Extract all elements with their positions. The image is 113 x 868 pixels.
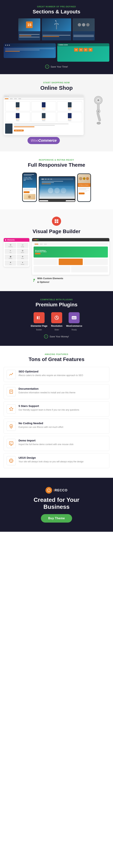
- save-money-label: ✓ Save Your Money!: [4, 334, 109, 338]
- custom-elements-label-area: ↗ With Custom Elements& Options!: [32, 277, 109, 284]
- feature-seo: SEO Optimized iRecco caters to clients w…: [4, 367, 109, 382]
- pre-label-responsive: RESPONSIVE & RETINA READY: [4, 159, 109, 161]
- builder-right: We are Building aSustainable Future: [32, 238, 109, 284]
- preview-row-1: [34, 259, 108, 265]
- plugin-woocommerce: Woo WooCommerce Ready: [66, 312, 82, 331]
- svg-marker-30: [9, 407, 13, 411]
- woocommerce-label: WooCommerce: [66, 325, 82, 327]
- layout-card-inner: [18, 31, 40, 40]
- seo-icon-svg: [9, 372, 14, 377]
- desktop-screen: [39, 177, 75, 199]
- preview-block-4: [34, 266, 70, 272]
- feature-support: 5 Stars Support Our friendly support tea…: [4, 401, 109, 416]
- robot-svg: [89, 95, 108, 131]
- svg-point-40: [10, 460, 12, 461]
- layout-number-badge: 15: [26, 22, 33, 28]
- custom-label: With Custom Elements& Options!: [37, 277, 63, 284]
- layout-line: [19, 34, 40, 35]
- shop-screenshots: $29.99Product $19.99Product $39.99Produc…: [4, 95, 84, 144]
- elem-button[interactable]: ⊞Button: [17, 249, 28, 254]
- cta-title-line1: Created for Your: [34, 496, 79, 503]
- title-plugins: Premium Plugins: [4, 302, 109, 308]
- layout-card-inner3: [73, 31, 95, 40]
- svg-point-6: [98, 99, 99, 101]
- title-layouts: Sections & Layouts: [4, 9, 109, 15]
- phone-right: Our Mission & Finance: [77, 174, 91, 202]
- preview-hero: We are Building aSustainable Future: [34, 247, 108, 257]
- save-time-text: Save Your Time!: [51, 65, 68, 68]
- plugin-revolution: Revolution Slider: [51, 312, 62, 331]
- line-a: [43, 35, 70, 36]
- svg-marker-1: [55, 20, 57, 23]
- preview-block-3: [84, 259, 108, 265]
- elem-video[interactable]: ⊕Video: [17, 255, 28, 260]
- docs-desc: Extensive information needed to install …: [18, 391, 75, 394]
- demo-icon-svg: [9, 441, 14, 446]
- support-title: 5 Stars Support: [18, 404, 79, 407]
- nocode-desc: Everyone can use iRecco with not much ef…: [18, 426, 63, 429]
- elem-icon[interactable]: ★Icon: [5, 260, 16, 266]
- docs-icon: [7, 387, 16, 396]
- builder-icon: [52, 217, 61, 226]
- shop-mockup-header-1: [4, 95, 84, 98]
- elementor-sublabel: Builder: [36, 329, 42, 331]
- feature-nocode: No Coding Needed Everyone can use iRecco…: [4, 419, 109, 434]
- shop-content: $29.99Product $19.99Product $39.99Produc…: [4, 95, 109, 144]
- panel-header-label: Elements: [7, 239, 15, 241]
- desktop-stand: [48, 200, 66, 202]
- title-shop: Online Shop: [4, 85, 109, 91]
- revolution-sublabel: Slider: [54, 329, 59, 331]
- svg-point-12: [98, 111, 99, 112]
- builder-panel-body: ☰Heading ◻Image ≡Text ⊞Button ▣Gallery ⊕…: [4, 242, 29, 267]
- uiux-desc: Your site will always look sharp so you …: [18, 460, 83, 463]
- demo-text: Demo Import Import the full theme demo c…: [18, 439, 73, 446]
- panel-header-icon: ▶: [5, 239, 6, 241]
- svg-point-32: [11, 428, 11, 429]
- preview-row-2: [34, 266, 108, 272]
- elem-heading[interactable]: ☰Heading: [5, 243, 16, 248]
- svg-rect-17: [37, 316, 38, 319]
- svg-rect-18: [39, 316, 40, 317]
- buy-theme-button[interactable]: Buy Theme: [41, 514, 72, 523]
- revolution-icon: [51, 312, 62, 323]
- svg-line-38: [11, 442, 12, 443]
- elem-text[interactable]: ≡Text: [5, 249, 16, 254]
- cta-logo: i iRECCO: [4, 487, 109, 494]
- nocode-icon-svg: [9, 424, 14, 429]
- elem-image[interactable]: ◻Image: [17, 243, 28, 248]
- woocommerce-icon: Woo: [69, 312, 80, 323]
- svg-point-10: [97, 122, 101, 124]
- preview-block-2: [59, 259, 83, 265]
- uiux-title: UI/UX Design: [18, 456, 83, 459]
- section-cta: i iRECCO Created for Your Business Buy T…: [0, 478, 113, 532]
- plugin-elementor: Elementor Page Builder: [31, 312, 47, 331]
- woo-badge: WooCommerce: [4, 137, 84, 144]
- section-layouts: GREAT NUMBER OF PRE-DEFINED Sections & L…: [0, 0, 113, 74]
- builder-preview-header: [32, 238, 109, 241]
- builder-content: ▶ Elements ☰Heading ◻Image ≡Text ⊞Button…: [4, 238, 109, 284]
- big-card-body-1: [4, 47, 56, 53]
- docs-text: Documentation Extensive information need…: [18, 387, 75, 394]
- section-features: AMAZING FEATURES Tons of Great Features …: [0, 346, 113, 478]
- seo-title: SEO Optimized: [18, 370, 83, 373]
- layout-card-badge: 15: [18, 18, 40, 40]
- big-card-2: COMING SOON 00 00 00 00: [57, 43, 109, 62]
- svg-text:i: i: [49, 490, 49, 491]
- elem-divider[interactable]: ♦Divider: [17, 260, 28, 266]
- svg-rect-19: [39, 317, 40, 318]
- feature-uiux: UI/UX Design Your site will always look …: [4, 453, 109, 468]
- logo-text-recco: RECCO: [55, 489, 68, 492]
- line-d: [73, 36, 94, 37]
- demo-title: Demo Import: [18, 439, 73, 442]
- layout-line2: [19, 37, 40, 37]
- support-desc: Our friendly support team is there if yo…: [18, 408, 79, 411]
- pre-label-shop: START SHOPPING NOW: [4, 82, 109, 84]
- big-card-header-1: [4, 43, 56, 47]
- mock-line-btn: [42, 184, 51, 184]
- elem-gallery[interactable]: ▣Gallery: [5, 255, 16, 260]
- check-icon: ✓: [45, 65, 49, 69]
- revolution-logo-svg: [54, 315, 60, 321]
- nocode-title: No Coding Needed: [18, 422, 63, 425]
- layout-card-3: [73, 18, 95, 40]
- save-money-text: Save Your Money!: [49, 335, 69, 338]
